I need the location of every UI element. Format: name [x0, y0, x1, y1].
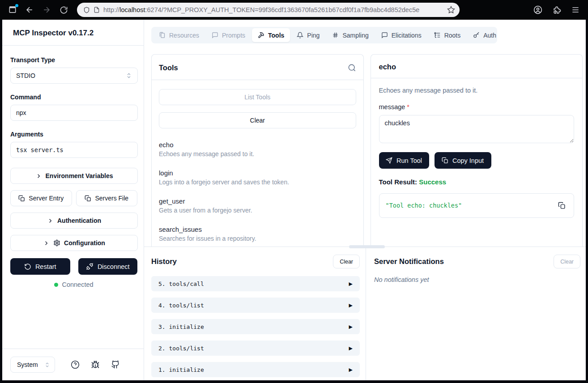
- tool-list-item-get-user[interactable]: get_user Gets a user from a forgejo serv…: [159, 197, 356, 214]
- copy-result-button[interactable]: [556, 202, 567, 209]
- list-tools-button[interactable]: List Tools: [159, 89, 356, 105]
- tab-label: Roots: [444, 32, 461, 39]
- servers-file-button[interactable]: Servers File: [76, 190, 138, 206]
- disconnect-button[interactable]: Disconnect: [78, 258, 138, 275]
- app-title: MCP Inspector v0.17.2: [2, 20, 144, 46]
- menu-icon[interactable]: [568, 3, 583, 17]
- expand-arrow-icon[interactable]: ▶: [349, 345, 353, 351]
- tools-list-panel: Tools List Tools Clear echo Echoes any m…: [151, 54, 364, 247]
- environment-variables-label: Environment Variables: [46, 172, 113, 179]
- history-item[interactable]: 1. initialize ▶: [151, 362, 360, 377]
- tool-list-item-search-issues[interactable]: search_issues Searches for issues in a r…: [159, 226, 356, 242]
- history-item-label: 4. tools/list: [158, 302, 204, 309]
- tab-auth[interactable]: Auth: [467, 28, 502, 42]
- history-title: History: [151, 257, 177, 266]
- tab-tools[interactable]: Tools: [252, 28, 290, 42]
- server-notifications-panel: Server Notifications Clear No notificati…: [366, 247, 586, 380]
- clear-history-button[interactable]: Clear: [333, 255, 360, 268]
- tools-panel-title: Tools: [159, 64, 178, 72]
- server-entry-label: Server Entry: [29, 195, 64, 202]
- message-textarea[interactable]: chuckles: [379, 115, 575, 143]
- panel-split-divider: [144, 247, 586, 247]
- chevrons-up-down-icon: [126, 72, 132, 79]
- expand-arrow-icon[interactable]: ▶: [349, 302, 353, 308]
- command-input[interactable]: [10, 105, 138, 121]
- bell-icon: [297, 32, 303, 38]
- history-item[interactable]: 3. initialize ▶: [151, 319, 360, 334]
- tool-list-item-echo[interactable]: echo Echoes any message passed to it.: [159, 141, 356, 157]
- search-icon[interactable]: [348, 64, 356, 72]
- authentication-button[interactable]: Authentication: [10, 213, 138, 229]
- tab-sampling[interactable]: Sampling: [326, 28, 374, 42]
- run-tool-label: Run Tool: [396, 157, 422, 164]
- command-label: Command: [10, 94, 137, 101]
- chevrons-up-down-icon: [44, 362, 50, 368]
- authentication-label: Authentication: [57, 217, 101, 224]
- server-entry-button[interactable]: Server Entry: [10, 190, 72, 206]
- restart-button[interactable]: Restart: [10, 258, 70, 275]
- arguments-input[interactable]: [10, 142, 138, 158]
- hash-icon: [332, 32, 339, 38]
- url-path: :6274/?MCP_PROXY_AUTH_TOKEN=99f36cdf1363…: [145, 6, 420, 13]
- shield-permissions-icon[interactable]: [83, 7, 90, 13]
- tab-ping[interactable]: Ping: [291, 28, 325, 42]
- url-text[interactable]: http://localhost:6274/?MCP_PROXY_AUTH_TO…: [103, 6, 443, 13]
- key-icon: [473, 32, 480, 38]
- result-status: Success: [419, 178, 446, 186]
- connected-dot-icon: [54, 283, 58, 287]
- expand-arrow-icon[interactable]: ▶: [349, 324, 353, 330]
- feature-tabs: Resources Prompts Tools Ping Sampling: [151, 27, 497, 43]
- tool-detail-description: Echoes any message passed to it.: [379, 87, 575, 94]
- environment-variables-button[interactable]: Environment Variables: [10, 168, 138, 184]
- account-icon[interactable]: [531, 3, 545, 17]
- tab-prompts[interactable]: Prompts: [206, 28, 251, 42]
- connection-status: Connected: [10, 281, 137, 288]
- forward-button[interactable]: [39, 3, 54, 17]
- expand-arrow-icon[interactable]: ▶: [349, 367, 353, 373]
- connected-label: Connected: [62, 281, 93, 288]
- restart-label: Restart: [35, 263, 56, 270]
- clear-tools-button[interactable]: Clear: [159, 112, 356, 128]
- list-tree-icon: [434, 32, 441, 38]
- run-tool-button[interactable]: Run Tool: [379, 152, 429, 169]
- history-item[interactable]: 2. tools/list ▶: [151, 340, 360, 356]
- expand-arrow-icon[interactable]: ▶: [349, 281, 353, 287]
- split-drag-handle[interactable]: [349, 245, 385, 248]
- disconnect-label: Disconnect: [98, 263, 130, 270]
- transport-type-value: STDIO: [16, 72, 35, 79]
- theme-select[interactable]: System: [10, 357, 55, 373]
- history-item[interactable]: 5. tools/call ▶: [151, 276, 360, 291]
- tab-elicitations[interactable]: Elicitations: [375, 28, 427, 42]
- send-icon: [386, 157, 392, 164]
- tool-result-label: Tool Result: Success: [379, 178, 575, 186]
- bug-report-icon[interactable]: [91, 360, 100, 369]
- github-icon[interactable]: [111, 360, 120, 369]
- tab-label: Prompts: [222, 32, 245, 39]
- mcp-inspector-app: MCP Inspector v0.17.2 Transport Type STD…: [2, 20, 586, 380]
- copy-icon: [558, 202, 566, 209]
- chevron-right-icon: [35, 173, 42, 179]
- back-button[interactable]: [22, 3, 37, 17]
- required-asterisk: *: [407, 103, 409, 111]
- restart-icon: [24, 263, 31, 270]
- bookmark-star-icon[interactable]: [447, 6, 455, 14]
- notification-dot: [15, 4, 18, 7]
- tab-roots[interactable]: Roots: [428, 28, 467, 42]
- tool-list-item-login[interactable]: login Logs into a forgejo server and sav…: [159, 169, 356, 186]
- configuration-button[interactable]: Configuration: [10, 235, 138, 251]
- transport-type-label: Transport Type: [10, 56, 137, 64]
- copy-input-button[interactable]: Copy Input: [435, 152, 491, 169]
- transport-type-select[interactable]: STDIO: [10, 68, 138, 84]
- tab-resources[interactable]: Resources: [153, 28, 205, 42]
- page-info-icon[interactable]: [94, 7, 100, 13]
- message-square-icon: [212, 32, 218, 38]
- window-tab-icon[interactable]: [5, 3, 20, 17]
- history-item[interactable]: 4. tools/list ▶: [151, 298, 360, 313]
- reload-button[interactable]: [56, 3, 71, 17]
- clear-notifications-button[interactable]: Clear: [554, 255, 580, 268]
- url-scheme: http://: [103, 6, 119, 13]
- address-bar[interactable]: http://localhost:6274/?MCP_PROXY_AUTH_TO…: [77, 3, 460, 17]
- hammer-icon: [258, 32, 264, 38]
- help-icon[interactable]: [71, 360, 80, 369]
- extensions-icon[interactable]: [550, 3, 564, 17]
